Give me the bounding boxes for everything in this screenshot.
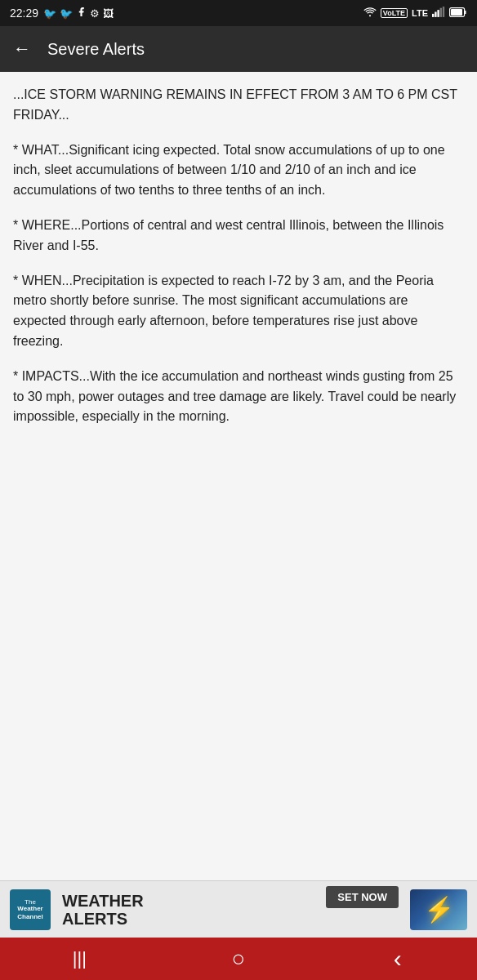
twitter-icon-1: 🐦 <box>43 7 56 20</box>
lightning-bolt-icon: ⚡ <box>424 895 454 924</box>
header-title: Severe Alerts <box>47 40 145 59</box>
nav-bar: ||| ○ ‹ <box>0 938 477 980</box>
status-bar: 22:29 🐦 🐦 ⚙ 🖼 VoLTE LTE <box>0 0 477 26</box>
svg-rect-2 <box>437 10 439 17</box>
svg-rect-3 <box>440 8 442 17</box>
recents-icon: ||| <box>73 948 87 969</box>
alert-paragraph-1: ...ICE STORM WARNING REMAINS IN EFFECT F… <box>13 85 464 126</box>
alert-paragraph-3: * WHERE...Portions of central and west c… <box>13 216 464 256</box>
settings-icon: ⚙ <box>90 7 100 20</box>
home-icon: ○ <box>232 946 246 972</box>
back-nav-button[interactable]: ‹ <box>373 942 422 975</box>
logo-weather: Weather <box>17 906 42 913</box>
back-nav-icon: ‹ <box>394 945 402 973</box>
image-icon: 🖼 <box>103 7 114 20</box>
alert-text: ...ICE STORM WARNING REMAINS IN EFFECT F… <box>13 85 464 427</box>
ad-headline-2: ALERTS <box>62 910 314 928</box>
svg-rect-1 <box>435 12 436 17</box>
volte-badge: VoLTE <box>381 8 408 18</box>
app-header: ← Severe Alerts <box>0 26 477 72</box>
alert-paragraph-4: * WHEN...Precipitation is expected to re… <box>13 271 464 352</box>
svg-rect-0 <box>432 14 434 17</box>
status-time: 22:29 <box>10 7 38 20</box>
home-button[interactable]: ○ <box>214 942 263 975</box>
ad-set-now-button[interactable]: SET NOW <box>326 886 399 908</box>
ad-banner: The Weather Channel WEATHER ALERTS SET N… <box>0 880 477 938</box>
alert-paragraph-5: * IMPACTS...With the ice accumulation an… <box>13 367 464 427</box>
lte-icon: LTE <box>412 8 428 18</box>
status-bar-right: VoLTE LTE <box>363 7 467 20</box>
facebook-icon <box>76 7 87 20</box>
ad-content: WEATHER ALERTS <box>62 892 314 928</box>
status-bar-left: 22:29 🐦 🐦 ⚙ 🖼 <box>10 7 114 20</box>
ad-lightning-image: ⚡ <box>410 889 467 930</box>
signal-icon <box>432 7 445 20</box>
logo-channel: Channel <box>17 913 43 920</box>
content-area: ...ICE STORM WARNING REMAINS IN EFFECT F… <box>0 72 477 880</box>
battery-icon <box>449 7 467 20</box>
svg-rect-6 <box>451 9 462 16</box>
status-icons: 🐦 🐦 ⚙ 🖼 <box>43 7 114 20</box>
ad-headline-1: WEATHER <box>62 892 314 910</box>
alert-paragraph-2: * WHAT...Significant icing expected. Tot… <box>13 140 464 201</box>
recents-button[interactable]: ||| <box>55 942 104 975</box>
back-button[interactable]: ← <box>13 40 31 58</box>
twitter-icon-2: 🐦 <box>60 7 73 20</box>
svg-rect-4 <box>443 7 444 17</box>
wifi-icon <box>363 7 377 20</box>
weather-channel-logo: The Weather Channel <box>10 889 51 930</box>
